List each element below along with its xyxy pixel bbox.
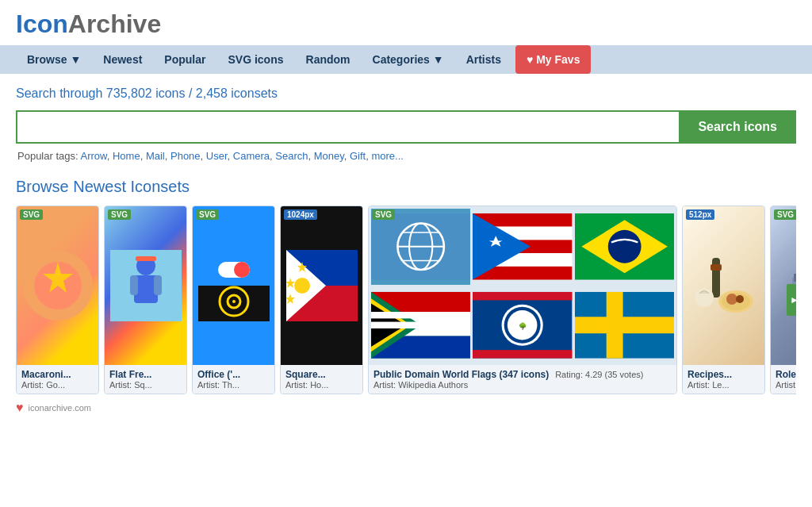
- card-flatfree-image: SVG: [105, 206, 186, 365]
- card-macaroni-badge: SVG: [20, 209, 43, 220]
- card-worldflags-name: Public Domain World Flags (347 icons): [373, 369, 549, 380]
- search-section: Search through 735,802 icons / 2,458 ico…: [0, 74, 812, 165]
- footer-text: iconarchive.com: [29, 403, 91, 413]
- flag-un: [371, 209, 470, 285]
- logo-archive-part: Archive: [68, 10, 161, 38]
- card-flatfree[interactable]: SVG Flat Fre... Artist: Sq...: [104, 205, 187, 394]
- card-flatfree-badge: SVG: [108, 209, 131, 220]
- svg-rect-6: [130, 275, 138, 295]
- svg-rect-58: [606, 291, 622, 358]
- svg-rect-57: [575, 317, 674, 333]
- search-tagline: Search through 735,802 icons / 2,458 ico…: [16, 86, 796, 101]
- tag-phone[interactable]: Phone: [170, 150, 201, 162]
- card-square-name: Square...: [285, 369, 358, 380]
- svg-rect-51: [473, 350, 572, 358]
- card-office-image: SVG: [193, 206, 274, 365]
- card-flatfree-artist: Artist: Sq...: [109, 380, 182, 390]
- card-square-badge: 1024px: [284, 209, 317, 220]
- card-recipes-name: Recipes...: [688, 369, 760, 380]
- svg-rect-12: [234, 262, 250, 278]
- svg-point-64: [736, 295, 744, 303]
- cards-container: SVG Macaroni... Artist: Go... SVG: [16, 205, 796, 394]
- card-roleplaying-artist: Artist: Ch...: [776, 380, 796, 390]
- footer-heart-icon: ♥: [16, 401, 24, 415]
- card-worldflags[interactable]: SVG: [368, 205, 677, 394]
- tag-mail[interactable]: Mail: [146, 150, 165, 162]
- nav-categories[interactable]: Categories ▼: [362, 45, 455, 74]
- card-office-info: Office ('... Artist: Th...: [193, 365, 274, 394]
- popular-tags: Popular tags: Arrow, Home, Mail, Phone, …: [16, 150, 796, 162]
- card-worldflags-badge: SVG: [372, 209, 395, 220]
- card-recipes-info: Recipes... Artist: Le...: [683, 365, 764, 394]
- card-worldflags-info: Public Domain World Flags (347 icons) Ra…: [369, 365, 676, 394]
- svg-rect-50: [473, 291, 572, 299]
- card-roleplaying-name: Role Pla...: [776, 369, 796, 380]
- card-recipes-badge: 512px: [686, 209, 714, 220]
- nav-newest[interactable]: Newest: [92, 45, 153, 74]
- card-worldflags-image: SVG: [369, 206, 676, 365]
- flag-sweden: [575, 287, 674, 363]
- tag-more[interactable]: more...: [371, 150, 403, 162]
- svg-rect-8: [136, 256, 156, 261]
- tag-user[interactable]: User: [206, 150, 228, 162]
- tag-home[interactable]: Home: [113, 150, 140, 162]
- svg-point-19: [294, 278, 310, 294]
- card-macaroni-artist: Artist: Go...: [21, 380, 94, 390]
- card-roleplaying-badge: SVG: [774, 209, 796, 220]
- tag-arrow[interactable]: Arrow: [81, 150, 107, 162]
- tag-money[interactable]: Money: [314, 150, 344, 162]
- card-macaroni[interactable]: SVG Macaroni... Artist: Go...: [16, 205, 99, 394]
- card-square-artist: Artist: Ho...: [285, 380, 358, 390]
- nav-browse[interactable]: Browse ▼: [16, 45, 92, 74]
- next-arrow-button[interactable]: ►: [787, 284, 796, 316]
- svg-rect-60: [710, 264, 722, 271]
- card-flatfree-info: Flat Fre... Artist: Sq...: [105, 365, 186, 394]
- tag-camera[interactable]: Camera: [233, 150, 270, 162]
- flag-south-africa: [371, 287, 470, 363]
- browse-section: Browse Newest Iconsets SVG Macaroni... A…: [0, 165, 812, 394]
- card-worldflags-rating: Rating: 4.29 (35 votes): [555, 370, 643, 379]
- card-recipes[interactable]: 512px: [682, 205, 765, 394]
- svg-rect-59: [712, 258, 720, 298]
- nav-my-favs[interactable]: ♥ My Favs: [515, 45, 591, 74]
- card-office[interactable]: SVG Office ('...: [192, 205, 275, 394]
- flag-brazil: [575, 209, 674, 285]
- card-office-artist: Artist: Th...: [197, 380, 270, 390]
- svg-point-15: [232, 300, 236, 303]
- svg-rect-48: [371, 312, 470, 318]
- card-flatfree-name: Flat Fre...: [109, 369, 182, 380]
- logo[interactable]: IconArchive: [16, 10, 796, 39]
- search-bar: Search icons: [16, 110, 796, 144]
- cards-wrapper: SVG Macaroni... Artist: Go... SVG: [16, 205, 796, 394]
- card-macaroni-image: SVG: [17, 206, 98, 365]
- nav-popular[interactable]: Popular: [153, 45, 216, 74]
- card-worldflags-artist: Artist: Wikipedia Authors: [373, 380, 672, 390]
- card-square-image: 1024px: [281, 206, 362, 365]
- flag-belize: 🌳: [473, 287, 572, 363]
- nav-artists[interactable]: Artists: [455, 45, 512, 74]
- card-roleplaying-info: Role Pla... Artist: Ch...: [771, 365, 796, 394]
- popular-tags-label: Popular tags:: [17, 150, 79, 162]
- svg-rect-47: [371, 321, 470, 328]
- flag-puerto-rico: [473, 209, 572, 285]
- header: IconArchive: [0, 0, 812, 45]
- card-office-name: Office ('...: [197, 369, 270, 380]
- search-button[interactable]: Search icons: [679, 110, 796, 144]
- card-worldflags-info-row: Public Domain World Flags (347 icons) Ra…: [373, 369, 672, 380]
- main-nav: Browse ▼ Newest Popular SVG icons Random…: [0, 45, 812, 74]
- svg-text:🌳: 🌳: [519, 321, 527, 330]
- tag-gift[interactable]: Gift: [350, 150, 366, 162]
- nav-svg-icons[interactable]: SVG icons: [216, 45, 294, 74]
- card-square[interactable]: 1024px Square...: [280, 205, 363, 394]
- tag-search[interactable]: Search: [275, 150, 308, 162]
- flag-grid: 🌳: [369, 206, 676, 365]
- svg-point-63: [726, 294, 737, 305]
- search-input[interactable]: [16, 110, 679, 144]
- logo-icon-part: Icon: [16, 10, 68, 38]
- card-macaroni-info: Macaroni... Artist: Go...: [17, 365, 98, 394]
- card-office-badge: SVG: [196, 209, 219, 220]
- card-macaroni-name: Macaroni...: [21, 369, 94, 380]
- footer: ♥ iconarchive.com: [0, 394, 812, 421]
- nav-random[interactable]: Random: [295, 45, 362, 74]
- card-recipes-image: 512px: [683, 206, 764, 365]
